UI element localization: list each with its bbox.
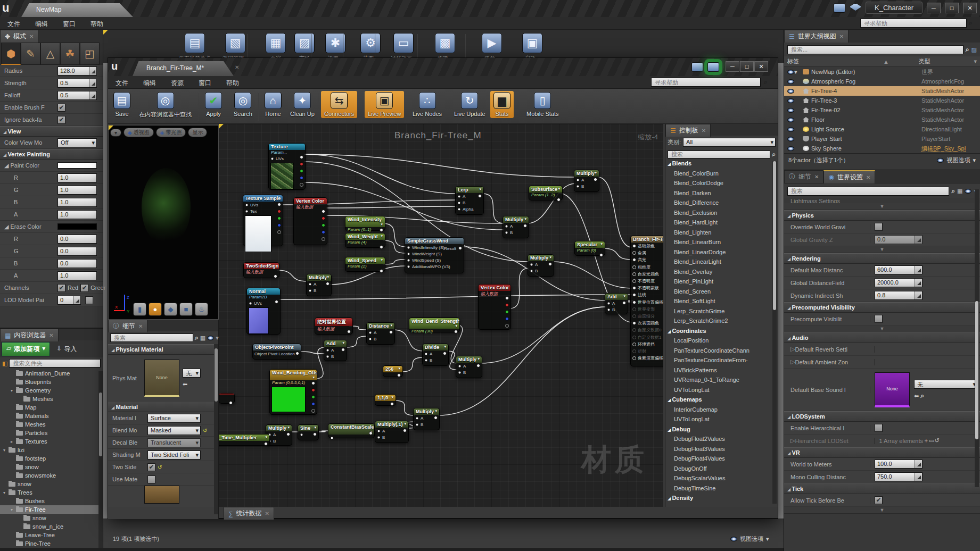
node-collapse-icon[interactable]: ▾ <box>327 275 329 279</box>
palette-item-Blend_Lighten[interactable]: Blend_Lighten <box>665 229 778 239</box>
phys-mat-dropdown[interactable]: 无 <box>183 369 201 378</box>
tree-scrollbar[interactable] <box>99 393 102 456</box>
folder-item-snow[interactable]: snow <box>0 514 103 522</box>
palette-category-Coordinates[interactable]: Coordinates <box>665 328 778 338</box>
color-swatch[interactable] <box>144 486 179 504</box>
outliner-row-Sky Sphere[interactable]: Sky Sphere编辑BP_Sky_Spl <box>784 144 980 153</box>
add-new-button[interactable]: ▱添加新项▾ <box>2 342 50 356</box>
lit-mode-button[interactable]: ◈带光照 <box>156 128 186 137</box>
color-swatch[interactable] <box>57 162 97 169</box>
visibility-eye-icon[interactable] <box>787 70 794 74</box>
graph-node-SimpleGrassWind[interactable]: SimpleGrassWindWindIntensity (S)WindWeig… <box>405 237 464 273</box>
preview-shape-0[interactable]: ▮ <box>133 303 146 316</box>
node-collapse-icon[interactable]: ▾ <box>549 255 551 260</box>
menu-item-编辑[interactable]: 编辑 <box>28 17 55 31</box>
outliner-row-Fir-Tree-4[interactable]: Fir-Tree-4StaticMeshActor <box>784 86 980 96</box>
material-preview-viewport[interactable]: ▾ ◆透视图 ◈带光照 显示 Z Y X ▮●◆■♨ <box>108 125 219 320</box>
checkbox[interactable]: ✔ <box>57 116 65 124</box>
mode-tool-2[interactable]: △ <box>40 43 60 65</box>
expander-icon[interactable]: ▷ <box>790 437 795 444</box>
mode-tool-4[interactable]: ◰ <box>80 43 100 65</box>
mat-toolbar-Connectors[interactable]: ⇆Connectors <box>321 91 357 118</box>
tutorial-cap-icon[interactable] <box>707 62 719 72</box>
tree-arrow-icon[interactable]: ▾ <box>11 388 16 393</box>
outliner-search-input[interactable] <box>787 45 963 54</box>
mat-toolbar-在内容浏览器中查找[interactable]: ◎在内容浏览器中查找 <box>136 91 195 120</box>
mat-toolbar-Live Update[interactable]: ↻Live Update <box>451 91 489 118</box>
palette-search-input[interactable] <box>668 151 770 158</box>
new-folder-icon[interactable]: ▨ <box>971 46 977 53</box>
palette-item-Lerp_ScratchGrime2[interactable]: Lerp_ScratchGrime2 <box>665 318 778 328</box>
folder-item-snowsmoke[interactable]: snowsmoke <box>0 471 103 480</box>
visibility-eye-icon[interactable] <box>787 127 794 132</box>
help-search-input[interactable] <box>651 78 761 87</box>
channel-checkbox-Red[interactable]: ✔ <box>57 284 65 292</box>
folder-item-Bushes[interactable]: Bushes <box>0 497 103 505</box>
view-options-button[interactable]: 视图选项▾ <box>937 156 976 164</box>
node-collapse-icon[interactable]: ▾ <box>404 422 406 426</box>
palette-item-UVBrickPatterns[interactable]: UVBrickPatterns <box>665 367 778 377</box>
tree-arrow-icon[interactable]: ▾ <box>11 507 16 512</box>
palette-category-Density[interactable]: Density <box>665 495 778 505</box>
tab-palette[interactable]: ☰控制板✕ <box>665 124 711 137</box>
mat-toolbar-Clean Up[interactable]: ✦Clean Up <box>287 91 318 118</box>
maximize-button[interactable]: □ <box>740 61 754 72</box>
graph-node-1,1,0[interactable]: 1,1,0 ▾ <box>375 394 396 406</box>
delete-icon[interactable]: ▭ <box>929 437 934 444</box>
palette-item-Blend_LinearDodge[interactable]: Blend_LinearDodge <box>665 249 778 259</box>
minimize-button[interactable]: ─ <box>726 61 739 72</box>
grid-view-icon[interactable]: ▦ <box>200 335 205 341</box>
material-asset-tab[interactable]: Branch_Fir-Tree_M* <box>133 61 234 76</box>
channel-checkbox-Greer[interactable]: ✔ <box>80 284 88 292</box>
mat-toolbar-Apply[interactable]: ✔Apply <box>202 91 225 118</box>
node-collapse-icon[interactable]: ▾ <box>600 242 603 246</box>
outliner-row-Fir-Tree-3[interactable]: Fir-Tree-3StaticMeshActor <box>784 96 980 105</box>
column-label[interactable]: 标签 <box>787 57 883 65</box>
view-options-button[interactable]: 视图选项▾ <box>730 535 769 543</box>
folder-item-Animation_Dume[interactable]: Animation_Dume <box>0 369 103 378</box>
preview-shape-4[interactable]: ♨ <box>195 303 208 316</box>
visibility-eye-icon[interactable] <box>787 89 794 94</box>
graph-node-Lerp[interactable]: Lerp ▾ABAlpha <box>455 186 484 215</box>
node-collapse-icon[interactable]: ▾ <box>444 345 446 349</box>
graph-node-Branch_Fir-Tr[interactable]: Branch_Fir-Tr基础颜色金属高光粗糙度自发光颜色不透明度不透明蒙板法线… <box>630 236 663 366</box>
eye-filter-icon[interactable] <box>207 336 214 340</box>
tab-world-outliner[interactable]: ☰世界大纲视图✕ <box>784 30 849 43</box>
expand-chevron[interactable]: ▼ <box>784 325 980 332</box>
sort-asc-icon[interactable]: ▲ <box>883 59 889 65</box>
folder-search-input[interactable] <box>9 359 101 368</box>
settings-search-input[interactable] <box>787 187 949 196</box>
feedback-icon[interactable] <box>691 62 703 72</box>
value-field[interactable]: 0.0 <box>57 235 97 244</box>
node-collapse-icon[interactable]: ▾ <box>314 425 316 430</box>
close-button[interactable]: ✕ <box>963 3 977 13</box>
palette-item-InteriorCubemap[interactable]: InteriorCubemap <box>665 406 778 416</box>
palette-item-Blend_Difference[interactable]: Blend_Difference <box>665 199 778 210</box>
graph-node-Multiply[interactable]: Multiply ▾AB <box>503 216 529 238</box>
node-collapse-icon[interactable]: ▾ <box>595 171 597 175</box>
mode-tool-1[interactable]: ✎ <box>21 43 40 65</box>
palette-scrollbar[interactable] <box>773 161 776 310</box>
material-node-graph[interactable]: Branch_Fir-Tree_M 缩放-4 材质 TextureParam..… <box>219 124 663 507</box>
visibility-eye-icon[interactable] <box>787 118 794 122</box>
node-collapse-icon[interactable]: ▾ <box>381 222 383 227</box>
tab-world-settings[interactable]: ◉世界设置✕ <box>823 170 875 183</box>
menu-item-文件[interactable]: 文件 <box>108 76 136 90</box>
expand-chevron[interactable]: ▼ <box>784 246 980 253</box>
palette-item-UVRemap_0-1_ToRange[interactable]: UVRemap_0-1_ToRange <box>665 377 778 387</box>
folder-item-Trees[interactable]: ▾Trees <box>0 488 103 497</box>
folder-item-Blueprints[interactable]: Blueprints <box>0 378 103 386</box>
tree-arrow-icon[interactable]: ▾ <box>3 448 9 453</box>
graph-node-Wind_Speed[interactable]: Wind_Speed ▾Param (2) <box>345 257 385 272</box>
graph-node-Multiply[interactable]: Multiply ▾AB <box>456 356 482 378</box>
lod-spinbox[interactable]: 0 <box>57 296 81 305</box>
outliner-row-Atmospheric Fog[interactable]: Atmospheric FogAtmosphericFog <box>784 77 980 86</box>
folder-item-Materials[interactable]: Materials <box>0 412 103 420</box>
value-spinbox[interactable]: 0.8 <box>875 291 923 300</box>
palette-item-Blend_HardLight[interactable]: Blend_HardLight <box>665 219 778 229</box>
folder-item-lizi[interactable]: ▾lizi <box>0 446 103 454</box>
edit-blueprint-link[interactable]: 编辑BP_Sky_Spl <box>921 145 966 152</box>
section-material[interactable]: Material <box>108 402 218 412</box>
graph-node-Divide[interactable]: Divide ▾AB <box>422 344 449 366</box>
mat-toolbar-Save[interactable]: ▤Save <box>110 91 134 118</box>
